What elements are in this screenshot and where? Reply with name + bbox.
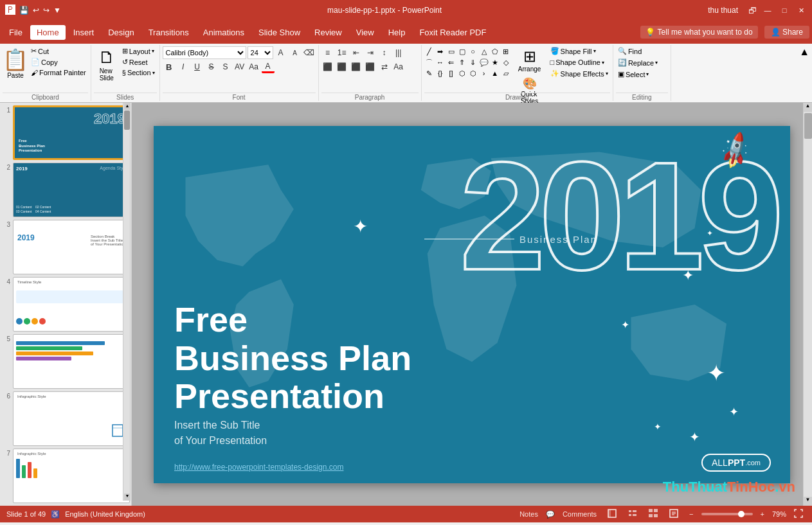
- undo-icon[interactable]: ↩: [33, 6, 39, 15]
- scroll-up-btn[interactable]: ▲: [124, 103, 131, 110]
- section-button[interactable]: § Section ▾: [120, 68, 157, 77]
- shape-chevron[interactable]: ›: [479, 68, 489, 78]
- menu-item-file[interactable]: File: [3, 25, 29, 40]
- scroll-down-btn[interactable]: ▼: [124, 494, 131, 500]
- slide-img-3[interactable]: 2019 Section BreakInsert the Sub Titleof…: [13, 220, 130, 274]
- zoom-out-button[interactable]: −: [687, 510, 696, 518]
- slide-thumb-5[interactable]: 5: [1, 334, 130, 389]
- decrease-indent-button[interactable]: ⇤: [350, 46, 363, 59]
- slide-img-6[interactable]: Infographic Style: [13, 391, 130, 446]
- shape-rect[interactable]: ▭: [446, 46, 456, 57]
- arrange-button[interactable]: ⊞ Arrange: [514, 46, 545, 74]
- comments-button[interactable]: Comments: [560, 510, 599, 518]
- shadow-button[interactable]: S: [219, 60, 232, 73]
- ribbon-collapse[interactable]: ▲: [797, 45, 812, 101]
- shape-hexagon[interactable]: ⬡: [457, 68, 467, 78]
- italic-button[interactable]: I: [177, 60, 190, 73]
- menu-item-foxit[interactable]: Foxit Reader PDF: [413, 25, 492, 40]
- shape-brace[interactable]: []: [446, 68, 456, 78]
- underline-button[interactable]: U: [191, 60, 204, 73]
- minimize-icon[interactable]: —: [762, 4, 773, 16]
- fit-to-window-button[interactable]: [791, 509, 806, 519]
- zoom-slider[interactable]: [701, 513, 753, 515]
- copy-button[interactable]: 📄 Copy: [29, 57, 88, 67]
- slide-img-1[interactable]: FreeBusiness PlanPresentation 2019: [13, 105, 130, 160]
- slide-img-2[interactable]: 2019 Agenda Style 01 Content 02 Content0…: [13, 163, 130, 217]
- bullets-button[interactable]: ≡: [321, 46, 334, 59]
- decrease-font-button[interactable]: A: [289, 46, 302, 59]
- shape-callout[interactable]: 💬: [479, 57, 489, 67]
- align-right-button[interactable]: ⬛: [350, 60, 363, 73]
- shape-star[interactable]: ★: [490, 57, 500, 67]
- normal-view-button[interactable]: [604, 508, 620, 520]
- customize-icon[interactable]: ▼: [53, 6, 61, 15]
- shape-up-arrow[interactable]: ⇑: [457, 57, 467, 67]
- search-bar[interactable]: 💡 Tell me what you want to do: [640, 26, 758, 39]
- shape-effects-button[interactable]: ✨ Shape Effects ▾: [548, 69, 610, 78]
- clear-format-button[interactable]: ⌫: [303, 46, 316, 59]
- slide-img-5[interactable]: [13, 334, 130, 389]
- menu-item-design[interactable]: Design: [102, 25, 140, 40]
- vscroll-down[interactable]: ▼: [804, 497, 812, 506]
- replace-button[interactable]: 🔄 Replace ▾: [616, 58, 660, 67]
- menu-item-slideshow[interactable]: Slide Show: [252, 25, 307, 40]
- layout-button[interactable]: ⊞ Layout ▾: [120, 46, 157, 56]
- restore-icon[interactable]: 🗗: [748, 6, 757, 15]
- menu-item-insert[interactable]: Insert: [67, 25, 101, 40]
- notes-button[interactable]: Notes: [517, 510, 541, 518]
- convert-smartart-button[interactable]: Aa: [392, 60, 405, 73]
- share-button[interactable]: 👤 Share: [764, 26, 809, 39]
- slide-thumb-4[interactable]: 4 Timeline Style: [1, 277, 130, 332]
- paste-button[interactable]: 📋 Paste: [3, 46, 28, 80]
- quick-styles-button[interactable]: 🎨 QuickStyles: [514, 75, 545, 106]
- font-size-select[interactable]: 24: [248, 46, 273, 59]
- slide-img-4[interactable]: Timeline Style: [13, 277, 130, 332]
- menu-item-transitions[interactable]: Transitions: [142, 25, 195, 40]
- shape-flowchart[interactable]: ◇: [501, 57, 511, 67]
- menu-item-animations[interactable]: Animations: [197, 25, 251, 40]
- font-name-select[interactable]: Calibri (Body): [163, 46, 246, 59]
- justify-button[interactable]: ⬛: [364, 60, 377, 73]
- shape-triangle[interactable]: △: [479, 46, 489, 57]
- find-button[interactable]: 🔍 Find: [616, 46, 644, 56]
- cut-button[interactable]: ✂ Cut: [29, 46, 88, 56]
- select-button[interactable]: ▣ Select ▾: [616, 69, 651, 79]
- shape-more[interactable]: ⊞: [501, 46, 511, 57]
- menu-item-home[interactable]: Home: [30, 25, 66, 40]
- strikethrough-button[interactable]: S: [205, 60, 218, 73]
- spacing-button[interactable]: AV: [233, 60, 246, 73]
- align-left-button[interactable]: ⬛: [321, 60, 334, 73]
- slide-thumb-2[interactable]: 2 2019 Agenda Style 01 Content 02 Conten…: [1, 163, 130, 217]
- shape-line[interactable]: ╱: [424, 46, 435, 57]
- shape-arrow[interactable]: ➡: [435, 46, 446, 57]
- shape-octagon[interactable]: ⬡: [468, 68, 478, 78]
- slide-thumb-3[interactable]: 3 2019 Section BreakInsert the Sub Title…: [1, 220, 130, 274]
- shape-left-arrow[interactable]: ⇐: [446, 57, 456, 67]
- numbering-button[interactable]: 1≡: [336, 46, 348, 59]
- vscroll-thumb[interactable]: [804, 113, 812, 139]
- slide-panel-scrollbar[interactable]: ▲ ▼: [123, 103, 131, 501]
- text-direction-button[interactable]: ⇄: [378, 60, 391, 73]
- menu-item-review[interactable]: Review: [308, 25, 348, 40]
- reset-button[interactable]: ↺ Reset: [120, 57, 157, 67]
- shape-oval[interactable]: ○: [468, 46, 478, 57]
- shape-curve[interactable]: ⌒: [424, 57, 435, 67]
- slide-thumb-7[interactable]: 7 Infographic Style: [1, 449, 130, 503]
- maximize-icon[interactable]: □: [779, 4, 790, 16]
- close-icon[interactable]: ✕: [795, 4, 807, 16]
- shape-connector[interactable]: ↔: [435, 57, 446, 67]
- shape-freeform[interactable]: ✎: [424, 68, 435, 78]
- scroll-thumb[interactable]: [124, 111, 130, 130]
- line-spacing-button[interactable]: ↕: [378, 46, 391, 59]
- shape-bracket[interactable]: {}: [435, 68, 446, 78]
- new-slide-button[interactable]: 🗋 NewSlide: [94, 46, 120, 83]
- zoom-thumb[interactable]: [738, 511, 744, 517]
- increase-font-button[interactable]: A: [275, 46, 287, 59]
- shape-fill-button[interactable]: 🪣 Shape Fill ▾: [548, 46, 610, 56]
- menu-item-help[interactable]: Help: [382, 25, 412, 40]
- columns-button[interactable]: |||: [392, 46, 405, 59]
- shape-rounded-rect[interactable]: ▢: [457, 46, 467, 57]
- slide-sorter-button[interactable]: [645, 508, 661, 520]
- shape-pentagon[interactable]: ⬠: [490, 46, 500, 57]
- content-vscroll[interactable]: ▲ ▼: [803, 103, 812, 506]
